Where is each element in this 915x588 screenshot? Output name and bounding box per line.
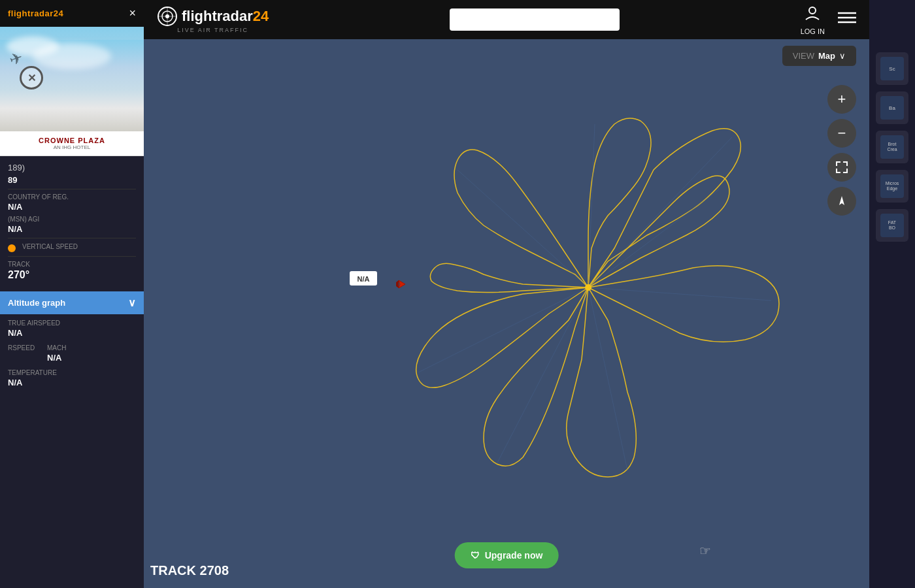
zoom-in-button[interactable]: + xyxy=(827,85,856,114)
upgrade-label: Upgrade now xyxy=(485,550,543,561)
crowne-plaza-ad: CROWNE PLAZA AN IHG HOTEL xyxy=(0,131,144,156)
upgrade-icon: 🛡 xyxy=(471,550,480,561)
altitude-graph-toggle[interactable]: Altitude graph ∨ xyxy=(0,291,144,314)
taskbar-icon-ba[interactable]: Ba xyxy=(876,91,908,124)
taskbar-icon-brot[interactable]: BrotCrea xyxy=(876,131,908,163)
sidebar-hero-image: ✈ ✕ xyxy=(0,27,144,131)
taskbar: Sc Ba BrotCrea MicrosEdge FATBO xyxy=(869,0,915,588)
crowne-plaza-logo: CROWNE PLAZA xyxy=(7,137,137,144)
taskbar-sc-thumb: Sc xyxy=(880,57,904,80)
crowne-plaza-sub: AN IHG HOTEL xyxy=(7,144,137,150)
menu-button[interactable] xyxy=(838,11,856,28)
locate-button[interactable] xyxy=(827,187,856,216)
temperature-value: N/A xyxy=(8,378,136,387)
flight-number: 89 xyxy=(8,175,136,185)
navbar-brand: flightradar24 xyxy=(182,8,269,25)
navbar-subtitle: LIVE AIR TRAFFIC xyxy=(177,27,248,33)
user-icon xyxy=(803,4,822,26)
view-map-button[interactable]: VIEW Map ∨ xyxy=(782,46,856,66)
cursor-icon: ☞ xyxy=(699,544,711,558)
svg-point-5 xyxy=(809,7,816,14)
taskbar-brot-thumb: BrotCrea xyxy=(880,135,904,159)
flight-info-panel: 189) 89 COUNTRY OF REG. N/A (MSN) AGI N/… xyxy=(0,156,144,291)
map-label: Map xyxy=(818,51,835,61)
altitude-graph-chevron: ∨ xyxy=(128,297,136,309)
sidebar-logo: flightradar24 xyxy=(8,8,63,18)
airspeed-prefix-label: RSPEED xyxy=(8,344,47,363)
svg-text:N/A: N/A xyxy=(358,275,370,283)
track-label: TRACK xyxy=(8,261,136,268)
true-airspeed-value: N/A xyxy=(8,328,136,338)
chevron-down-icon: ∨ xyxy=(839,51,846,61)
sidebar: flightradar24 × ✈ ✕ CROWNE PLAZA AN IHG … xyxy=(0,0,144,588)
sidebar-brand: flightradar xyxy=(8,8,54,18)
taskbar-fat-thumb: FATBO xyxy=(880,214,904,237)
expand-button[interactable] xyxy=(827,153,856,182)
login-button[interactable]: LOG IN xyxy=(801,4,825,35)
navbar-right: LOG IN xyxy=(801,4,856,35)
vertical-speed-label: VERTICAL SPEED xyxy=(22,243,78,250)
altitude-graph-label: Altitude graph xyxy=(8,298,65,308)
zoom-out-button[interactable]: − xyxy=(827,119,856,148)
sidebar-close-button[interactable]: × xyxy=(129,7,136,20)
vertical-speed-row: VERTICAL SPEED xyxy=(8,242,136,252)
bottom-info-panel: TRUE AIRSPEED N/A RSPEED MACH N/A TEMPER… xyxy=(0,314,144,399)
close-circle-button[interactable]: ✕ xyxy=(20,66,43,90)
flight-number-partial: 189) xyxy=(8,163,136,172)
sidebar-brand-suffix: 24 xyxy=(54,8,63,18)
taskbar-icon-sc[interactable]: Sc xyxy=(876,52,908,85)
taskbar-icon-fat[interactable]: FATBO xyxy=(876,209,908,242)
taskbar-icon-edge[interactable]: MicrosEdge xyxy=(876,170,908,203)
view-label: VIEW xyxy=(793,51,814,61)
navbar-logo: flightradar24 LIVE AIR TRAFFIC xyxy=(157,6,269,33)
msn-age-value: N/A xyxy=(8,224,136,234)
taskbar-ba-thumb: Ba xyxy=(880,96,904,120)
track-value: 270° xyxy=(8,269,136,281)
mach-value: N/A xyxy=(47,353,136,363)
vertical-speed-dot xyxy=(8,244,16,252)
zoom-controls: + − xyxy=(827,85,856,216)
map-container[interactable]: flightradar24 LIVE AIR TRAFFIC LOG IN xyxy=(144,0,869,588)
msn-age-label: (MSN) AGI xyxy=(8,216,136,223)
locate-icon xyxy=(835,195,848,208)
track-heading-text: TRACK 2708 xyxy=(150,563,229,578)
temperature-label: TEMPERATURE xyxy=(8,369,136,376)
expand-icon xyxy=(835,161,848,174)
taskbar-edge-thumb: MicrosEdge xyxy=(880,174,904,198)
mach-label: MACH xyxy=(47,344,136,351)
svg-rect-9 xyxy=(144,39,869,588)
country-label: COUNTRY OF REG. xyxy=(8,193,136,201)
svg-point-18 xyxy=(585,284,591,291)
radar-icon xyxy=(157,6,178,27)
flight-tooltip: N/A xyxy=(350,271,377,286)
navbar: flightradar24 LIVE AIR TRAFFIC LOG IN xyxy=(144,0,869,39)
sidebar-header: flightradar24 × xyxy=(0,0,144,27)
flight-path-map[interactable]: N/A TRACK 2708 ☞ xyxy=(144,39,869,588)
search-input[interactable] xyxy=(450,8,620,31)
login-label: LOG IN xyxy=(801,27,825,35)
true-airspeed-label: TRUE AIRSPEED xyxy=(8,319,136,327)
country-value: N/A xyxy=(8,202,136,212)
upgrade-button[interactable]: 🛡 Upgrade now xyxy=(455,542,559,568)
